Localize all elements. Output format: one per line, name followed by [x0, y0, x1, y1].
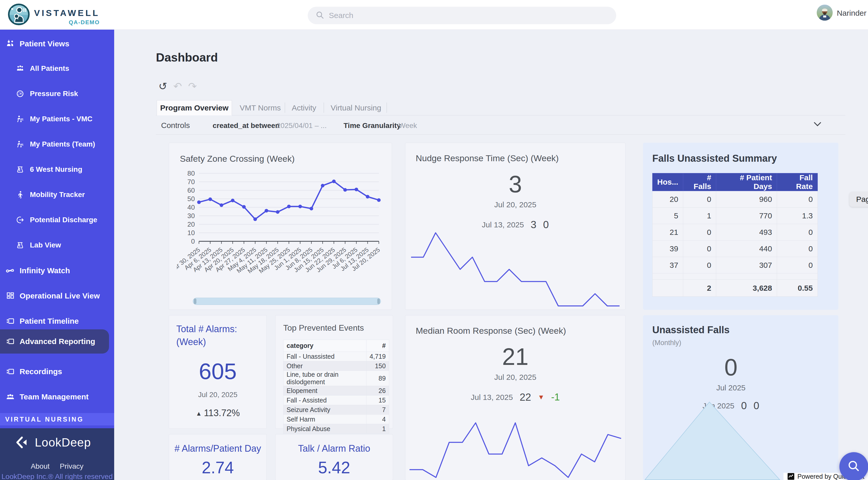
- sidebar-item-patient-views[interactable]: Patient Views: [0, 36, 114, 52]
- sidebar-item-label: My Patients - VMC: [30, 115, 93, 123]
- reset-icon[interactable]: ↺: [158, 80, 167, 92]
- kpi-value: 21: [405, 343, 625, 370]
- cell-count: 26: [367, 386, 389, 396]
- kpi-date: Jul 20, 2025: [169, 391, 267, 399]
- card-title: Safety Zone Crossing (Week): [180, 154, 294, 164]
- card-talk-alarm-ratio: Talk / Alarm Ratio 5.42: [275, 434, 393, 480]
- cell-patient-days: 960: [716, 191, 777, 208]
- card-subtitle: (Monthly): [652, 339, 681, 347]
- filter-name[interactable]: created_at between: [213, 122, 280, 130]
- dashboard-page: VISTAWELL QA-DEMO: [0, 0, 868, 480]
- sidebar-item-label: Recordings: [20, 367, 62, 376]
- column-header[interactable]: Fall Rate: [777, 173, 817, 191]
- sidebar-item-team-management[interactable]: Team Management: [0, 389, 114, 405]
- column-header[interactable]: category: [283, 340, 367, 352]
- card-title-line1: Total # Alarms:: [176, 324, 237, 335]
- chart-range-scrollbar[interactable]: [193, 298, 381, 305]
- kpi-value: 605: [169, 358, 267, 384]
- search-input[interactable]: [329, 11, 587, 20]
- user-menu[interactable]: Narinder: [817, 5, 866, 22]
- column-header[interactable]: Hos...: [653, 173, 683, 191]
- vistawell-logo-icon: [8, 3, 30, 27]
- previous-delta: 0: [543, 219, 549, 231]
- sidebar-item-potential-discharge[interactable]: Potential Discharge: [0, 212, 114, 228]
- cell-category: Self Harm: [283, 415, 367, 424]
- sidebar-item-my-patients-team[interactable]: My Patients (Team): [0, 136, 114, 152]
- beaker-icon: [14, 165, 26, 174]
- kpi-change: ▲113.72%: [169, 408, 267, 418]
- section-label: VIRTUAL NURSING: [5, 416, 84, 423]
- cell-falls: 1: [683, 208, 716, 224]
- card-safety-zone-crossing: Safety Zone Crossing (Week) 010203040506…: [169, 143, 392, 310]
- privacy-link[interactable]: Privacy: [60, 462, 84, 470]
- brand-logo[interactable]: VISTAWELL QA-DEMO: [8, 3, 100, 27]
- patients-icon: [14, 64, 26, 73]
- nudge-sparkline-chart: [409, 231, 622, 308]
- sidebar-item-infinity-watch[interactable]: Infinity Watch: [0, 263, 114, 278]
- history-toolbar: ↺ ↶ ↷: [158, 80, 197, 92]
- previous-value: 3: [531, 219, 536, 231]
- cell-count: 4,719: [367, 352, 389, 361]
- totals-row: 2 3,628 0.55: [653, 280, 818, 297]
- walking-person-icon: [14, 191, 26, 199]
- sidebar-item-operational-live-view[interactable]: Operational Live View: [0, 288, 114, 304]
- dashboard-grid-icon: [5, 292, 16, 300]
- svg-text:60: 60: [187, 186, 195, 194]
- column-header[interactable]: #: [367, 340, 389, 352]
- table-row: 21 0 493 0: [653, 224, 818, 241]
- cell-category: Fall - Unassisted: [283, 352, 367, 361]
- sidebar-item-label: 6 West Nursing: [30, 165, 82, 174]
- global-search[interactable]: [308, 7, 616, 24]
- sidebar-item-label: Infinity Watch: [20, 266, 70, 275]
- cell-falls: 0: [683, 191, 716, 208]
- column-header[interactable]: # Falls: [683, 173, 716, 191]
- avatar: [817, 5, 833, 22]
- about-link[interactable]: About: [31, 462, 50, 470]
- sidebar-item-lab-view[interactable]: Lab View: [0, 237, 114, 253]
- cell-category: Elopement: [283, 386, 367, 396]
- pagination-button[interactable]: Pag: [849, 192, 868, 207]
- magnifier-icon: [846, 459, 861, 475]
- cell-fall-rate: 1.3: [777, 208, 817, 224]
- card-falls-unassisted-summary: Falls Unassisted Summary Hos... # Falls …: [643, 143, 838, 310]
- table-row: Line, tube or drain dislodgement 89: [283, 371, 389, 386]
- sidebar-item-mobility-tracker[interactable]: Mobility Tracker: [0, 187, 114, 202]
- sidebar-item-recordings[interactable]: Recordings: [0, 364, 114, 379]
- filter-value[interactable]: 2025/04/01 – ...: [277, 122, 327, 130]
- timeline-icon: [5, 317, 16, 325]
- sidebar-item-advanced-reporting[interactable]: Advanced Reporting: [0, 329, 109, 353]
- tab-virtual-nursing[interactable]: Virtual Nursing: [331, 100, 381, 115]
- undo-icon[interactable]: ↶: [174, 80, 182, 92]
- sidebar-item-my-patients-vmc[interactable]: My Patients - VMC: [0, 111, 114, 127]
- kpi-value: 0: [643, 354, 819, 381]
- fall-risk-icon: [14, 140, 26, 148]
- sidebar-item-6-west-nursing[interactable]: 6 West Nursing: [0, 162, 114, 177]
- chevron-down-icon[interactable]: [812, 121, 823, 129]
- tab-vmt-norms[interactable]: VMT Norms: [240, 100, 281, 115]
- search-fab-button[interactable]: [839, 452, 868, 480]
- controls-bar[interactable]: Controls created_at between 2025/04/01 –…: [156, 115, 845, 135]
- svg-text:80: 80: [187, 169, 195, 177]
- brand-name: VISTAWELL: [34, 8, 100, 18]
- up-triangle-icon: ▲: [196, 410, 202, 417]
- kpi-value: 2.74: [169, 458, 267, 477]
- table-row: Elopement 26: [283, 386, 389, 396]
- table-row: 37 0 307 0: [653, 257, 818, 273]
- lookdeep-logo: LookDeep: [14, 436, 91, 449]
- column-header[interactable]: # Patient Days: [716, 173, 777, 191]
- sidebar-item-all-patients[interactable]: All Patients: [0, 61, 114, 76]
- granularity-value[interactable]: Week: [399, 122, 417, 130]
- card-median-room-response: Median Room Response (Sec) (Week) 21 Jul…: [405, 315, 625, 480]
- tab-activity[interactable]: Activity: [292, 100, 316, 115]
- sidebar-section-virtual-nursing[interactable]: VIRTUAL NURSING: [0, 413, 114, 425]
- spacer-row: [653, 273, 818, 280]
- redo-icon[interactable]: ↷: [188, 80, 197, 92]
- tab-program-overview[interactable]: Program Overview: [157, 100, 232, 115]
- table-row: 5 1 770 1.3: [653, 208, 818, 224]
- sidebar-item-pressure-risk[interactable]: Pressure Risk: [0, 86, 114, 101]
- sidebar-item-patient-timeline[interactable]: Patient Timeline: [0, 313, 114, 329]
- granularity-label[interactable]: Time Granularity: [344, 122, 401, 130]
- delta-value: -1: [551, 392, 560, 403]
- table-row: 20 0 960 0: [653, 191, 818, 208]
- card-unassisted-falls: Unassisted Falls (Monthly) 0 Jul 2025 Ju…: [643, 315, 838, 480]
